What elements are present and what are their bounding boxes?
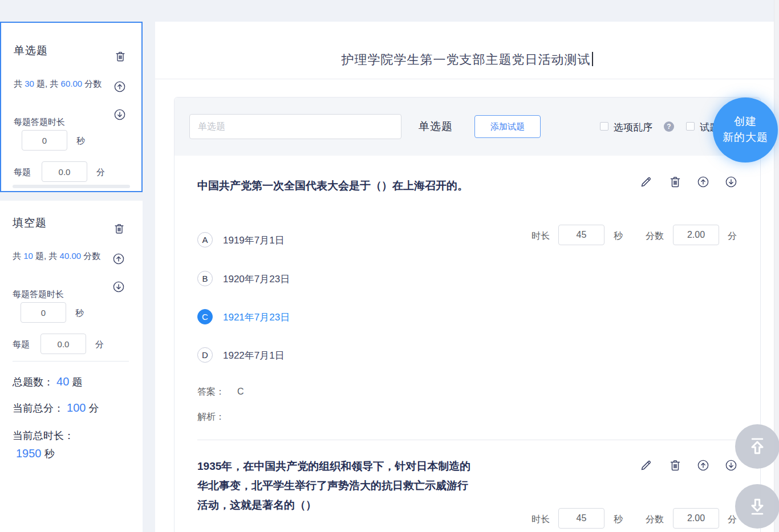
- section-stats: 共 30 题, 共 60.00 分数: [14, 77, 111, 91]
- score-input[interactable]: [673, 508, 719, 529]
- scroll-to-bottom-button[interactable]: [735, 484, 779, 529]
- per-question-time-label: 每题答题时长: [13, 289, 64, 300]
- move-up-icon[interactable]: [696, 175, 710, 189]
- score-total: 40.00: [60, 251, 82, 261]
- main-panel: 护理学院学生第一党支部主题党日活动测试 单选题 添加试题 选项乱序 ? 试题乱序…: [155, 22, 779, 532]
- edit-icon[interactable]: [639, 458, 653, 472]
- per-question-time-input[interactable]: [21, 302, 66, 323]
- total-questions: 总题数： 40 题: [13, 375, 82, 389]
- score-input[interactable]: [673, 225, 719, 245]
- analysis-row: 解析：: [197, 411, 225, 423]
- duration-label: 时长: [531, 230, 550, 242]
- time-unit: 秒: [75, 308, 84, 319]
- total-duration-label: 当前总时长：: [13, 429, 74, 442]
- time-unit: 秒: [76, 136, 85, 147]
- trash-icon[interactable]: [668, 175, 682, 189]
- card-divider: [13, 185, 130, 188]
- question-text: 中国共产党第一次全国代表大会是于（）在上海召开的。: [197, 176, 474, 196]
- option-text: 1921年7月23日: [223, 311, 290, 324]
- move-down-icon[interactable]: [724, 175, 738, 189]
- help-icon[interactable]: ?: [664, 121, 674, 132]
- title-divider: [155, 79, 779, 79]
- score-unit: 分: [728, 514, 737, 526]
- sidebar-section-fill-blank[interactable]: 填空题 共 10 题, 共 40.00 分数 每题答题时长 秒 每题 分 总题数…: [0, 201, 143, 532]
- duration-input[interactable]: [558, 508, 604, 529]
- question-section: 单选题 添加试题 选项乱序 ? 试题乱序 中国共产党第一次全国代表大会是于（）在…: [174, 97, 761, 532]
- section-toolbar: 单选题 添加试题 选项乱序 ? 试题乱序: [175, 98, 760, 156]
- option-text: 1919年7月1日: [223, 234, 285, 247]
- option-text: 1920年7月23日: [223, 273, 290, 286]
- section-title: 填空题: [13, 216, 47, 230]
- scroll-to-top-button[interactable]: [735, 424, 779, 469]
- per-question-score-label: 每题: [13, 339, 30, 350]
- fab-line2: 新的大题: [713, 129, 778, 145]
- option-letter-circle[interactable]: B: [197, 271, 213, 286]
- per-question-time-input[interactable]: [22, 130, 67, 151]
- duration-input[interactable]: [558, 225, 604, 245]
- total-duration-value: 1950 秒: [16, 447, 55, 461]
- totals-divider: [13, 361, 129, 362]
- score-total: 60.00: [61, 79, 83, 88]
- trash-icon[interactable]: [668, 458, 682, 472]
- score-unit: 分: [728, 230, 737, 242]
- add-question-button[interactable]: 添加试题: [474, 115, 541, 138]
- move-down-icon[interactable]: [113, 108, 127, 121]
- move-down-icon[interactable]: [112, 280, 125, 294]
- trash-icon[interactable]: [113, 222, 125, 235]
- per-question-score-input[interactable]: [40, 334, 86, 354]
- text-cursor: [592, 52, 593, 66]
- question-count: 30: [25, 79, 34, 88]
- per-question-score-input[interactable]: [42, 161, 87, 182]
- score-unit: 分: [95, 339, 104, 350]
- question-divider: [197, 440, 739, 440]
- answer-row: 答案：C: [197, 386, 244, 398]
- score-label: 分数: [646, 514, 664, 526]
- trash-icon[interactable]: [114, 50, 127, 63]
- question-count: 10: [23, 251, 33, 261]
- option-shuffle-label: 选项乱序: [614, 121, 652, 134]
- duration-label: 时长: [531, 514, 550, 526]
- move-down-icon[interactable]: [724, 458, 738, 472]
- duration-unit: 秒: [614, 514, 623, 526]
- section-title: 单选题: [14, 43, 48, 58]
- move-up-icon[interactable]: [696, 458, 710, 472]
- scroll-to-top-icon: [745, 434, 769, 458]
- option-shuffle-checkbox[interactable]: [600, 122, 608, 131]
- per-question-score-label: 每题: [14, 167, 31, 178]
- edit-icon[interactable]: [639, 175, 653, 189]
- scroll-to-bottom-icon: [745, 494, 769, 518]
- option-letter-circle[interactable]: A: [197, 232, 213, 247]
- question-text: 1935年，在中国共产党的组织和领导下，针对日本制造的华北事变，北平学生举行了声…: [197, 457, 474, 515]
- question-shuffle-checkbox[interactable]: [686, 122, 695, 131]
- sidebar-section-single-choice[interactable]: 单选题 共 30 题, 共 60.00 分数 每题答题时长 秒 每题 分: [0, 22, 143, 192]
- section-stats: 共 10 题, 共 40.00 分数: [13, 249, 109, 263]
- fab-line1: 创建: [713, 113, 778, 129]
- per-question-time-label: 每题答题时长: [14, 117, 65, 128]
- score-label: 分数: [646, 230, 664, 242]
- exam-title[interactable]: 护理学院学生第一党支部主题党日活动测试: [155, 51, 779, 68]
- total-score: 当前总分： 100 分: [13, 401, 99, 415]
- section-name-input[interactable]: [189, 114, 401, 139]
- move-up-icon[interactable]: [112, 252, 125, 266]
- duration-unit: 秒: [614, 230, 623, 242]
- option-letter-circle-selected[interactable]: C: [197, 309, 213, 324]
- score-unit: 分: [96, 167, 105, 178]
- answer-value: C: [237, 387, 244, 396]
- option-letter-circle[interactable]: D: [197, 347, 213, 363]
- create-section-fab[interactable]: 创建 新的大题: [713, 98, 778, 163]
- move-up-icon[interactable]: [113, 80, 127, 94]
- option-text: 1922年7月1日: [223, 349, 285, 362]
- section-type-label: 单选题: [419, 119, 453, 134]
